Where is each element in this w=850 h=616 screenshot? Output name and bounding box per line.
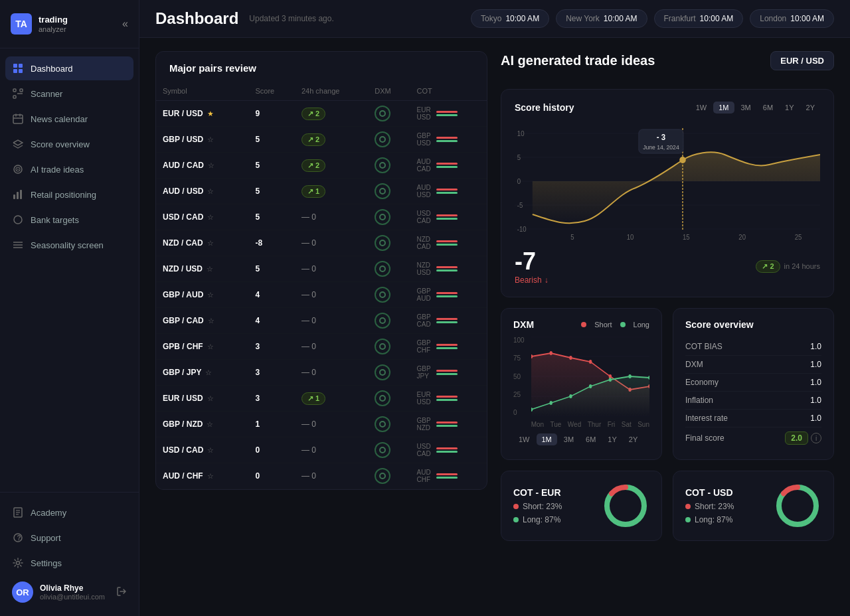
- change-cell: ↗ 2: [295, 127, 368, 153]
- table-row[interactable]: AUD / USD ☆ 5↗ 1 AUD USD: [156, 179, 487, 204]
- tab-1m[interactable]: 1M: [713, 102, 734, 114]
- change-cell: — 0: [295, 334, 368, 360]
- col-cot: COT: [410, 82, 487, 101]
- sidebar-item-news-calendar[interactable]: News calendar: [5, 107, 133, 131]
- table-row[interactable]: NZD / CAD ☆ -8— 0 NZD CAD: [156, 230, 487, 256]
- symbol-cell: NZD / USD ☆: [156, 256, 249, 282]
- star-icon[interactable]: ☆: [207, 291, 214, 299]
- sidebar-item-bank-targets[interactable]: Bank targets: [5, 208, 133, 232]
- star-icon[interactable]: ☆: [208, 161, 214, 170]
- tab-1w[interactable]: 1W: [513, 433, 535, 445]
- sidebar-item-scanner[interactable]: Scanner: [5, 82, 133, 106]
- dxm-indicator: [375, 364, 390, 380]
- star-icon[interactable]: ☆: [207, 394, 214, 403]
- sidebar-item-label: Dashboard: [31, 64, 73, 74]
- tab-6m[interactable]: 6M: [758, 102, 778, 114]
- star-icon[interactable]: ☆: [207, 446, 214, 455]
- tab-2y[interactable]: 2Y: [801, 102, 820, 114]
- table-row[interactable]: GBP / JPY ☆ 3— 0 GBP JPY: [156, 360, 487, 386]
- svg-text:20: 20: [738, 234, 746, 241]
- table-row[interactable]: USD / CAD ☆ 5— 0 USD CAD: [156, 204, 487, 230]
- logout-icon[interactable]: [116, 586, 127, 599]
- svg-text:25: 25: [795, 234, 802, 241]
- cot-labels: GBP JPY: [416, 366, 430, 380]
- cot-lines: [436, 422, 458, 427]
- dxm-indicator: [375, 287, 390, 303]
- dxm-cell: [368, 386, 410, 412]
- cot-labels: GBP NZD: [416, 418, 430, 431]
- star-icon[interactable]: ★: [207, 110, 214, 118]
- sidebar-collapse-button[interactable]: «: [122, 18, 128, 30]
- star-icon[interactable]: ☆: [207, 135, 214, 144]
- tab-6m[interactable]: 6M: [580, 433, 601, 445]
- table-row[interactable]: GBP / USD ☆ 5↗ 2 GBP USD: [156, 127, 487, 153]
- cot-lines: [436, 189, 458, 194]
- table-row[interactable]: USD / CAD ☆ 0— 0 USD CAD: [156, 437, 487, 463]
- cot-lines: [436, 344, 458, 349]
- table-row[interactable]: EUR / USD ★ 9↗ 2 EUR USD: [156, 101, 487, 127]
- score-cell: 3: [249, 386, 295, 412]
- symbol-cell: AUD / CHF ☆: [156, 463, 249, 489]
- market-newyork: New York 10:00 AM: [556, 9, 647, 28]
- sidebar-item-settings[interactable]: Settings: [5, 551, 133, 575]
- star-icon[interactable]: ☆: [207, 420, 213, 429]
- dxm-cell: [368, 308, 410, 334]
- star-icon[interactable]: ☆: [207, 239, 214, 248]
- star-icon[interactable]: ☆: [208, 317, 214, 325]
- cot-labels: EUR USD: [416, 392, 430, 406]
- sidebar-item-dashboard[interactable]: Dashboard: [5, 56, 133, 80]
- sidebar-item-retail-positioning[interactable]: Retail positioning: [5, 183, 133, 206]
- dxm-indicator: [375, 313, 390, 329]
- market-time: 10:00 AM: [604, 14, 638, 23]
- target-icon: [12, 163, 24, 175]
- tab-3m[interactable]: 3M: [558, 433, 579, 445]
- star-icon[interactable]: ☆: [207, 472, 214, 481]
- cot-labels: AUD CAD: [416, 159, 430, 173]
- tab-1w[interactable]: 1W: [691, 102, 713, 114]
- score-cell: 4: [249, 282, 295, 308]
- dxm-y-labels: 100 75 50 25 0: [513, 337, 529, 416]
- sidebar-item-seasonality-screen[interactable]: Seasonality screen: [5, 233, 133, 257]
- cot-cell: USD CAD: [410, 204, 487, 230]
- sidebar-item-label: Score overview: [31, 139, 90, 149]
- cot-lines: [436, 111, 458, 116]
- cot-labels: USD CAD: [416, 443, 430, 457]
- sidebar-item-score-overview[interactable]: Score overview: [5, 132, 133, 156]
- currency-selector[interactable]: EUR / USD: [770, 51, 834, 70]
- star-icon[interactable]: ☆: [205, 368, 212, 377]
- table-row[interactable]: NZD / USD ☆ 5— 0 NZD USD: [156, 256, 487, 282]
- sidebar-item-ai-trade-ideas[interactable]: AI trade ideas: [5, 157, 133, 181]
- cot-cell: GBP AUD: [410, 282, 487, 308]
- sidebar-item-label: Academy: [31, 508, 66, 518]
- app-logo-name: trading: [39, 15, 68, 25]
- tab-3m[interactable]: 3M: [736, 102, 756, 114]
- cot-labels: EUR USD: [416, 107, 430, 121]
- table-row[interactable]: AUD / CHF ☆ 0— 0 AUD CHF: [156, 463, 487, 489]
- table-row[interactable]: GPB / CHF ☆ 3— 0 GBP CHF: [156, 334, 487, 360]
- table-row[interactable]: GBP / CAD ☆ 4— 0 GBP CAD: [156, 308, 487, 334]
- tab-1y[interactable]: 1Y: [780, 102, 799, 114]
- star-icon[interactable]: ☆: [207, 213, 214, 222]
- table-row[interactable]: AUD / CAD ☆ 5↗ 2 AUD CAD: [156, 153, 487, 179]
- tab-1m[interactable]: 1M: [537, 433, 557, 445]
- dxm-cell: [368, 179, 410, 204]
- table-row[interactable]: GBP / NZD ☆ 1— 0 GBP NZD: [156, 412, 487, 437]
- star-icon[interactable]: ☆: [207, 187, 214, 196]
- user-profile[interactable]: OR Olivia Rhye olivia@untitleui.com: [5, 576, 133, 608]
- sidebar-item-academy[interactable]: Academy: [5, 501, 133, 524]
- x-label: Mon: [531, 421, 544, 428]
- sidebar-item-support[interactable]: ? Support: [5, 526, 133, 550]
- x-label: Thur: [588, 421, 602, 428]
- table-row[interactable]: GBP / AUD ☆ 4— 0 GBP AUD: [156, 282, 487, 308]
- change-neutral: — 0: [301, 290, 316, 299]
- star-icon[interactable]: ☆: [207, 265, 213, 273]
- cot-cell: AUD CAD: [410, 153, 487, 179]
- market-city: New York: [566, 14, 600, 23]
- tab-1y[interactable]: 1Y: [602, 433, 622, 445]
- svg-rect-0: [13, 64, 17, 68]
- table-row[interactable]: EUR / USD ☆ 3↗ 1 EUR USD: [156, 386, 487, 412]
- tab-2y[interactable]: 2Y: [624, 433, 643, 445]
- star-icon[interactable]: ☆: [207, 343, 214, 351]
- info-icon[interactable]: i: [811, 433, 821, 443]
- dxm-cell: [368, 360, 410, 386]
